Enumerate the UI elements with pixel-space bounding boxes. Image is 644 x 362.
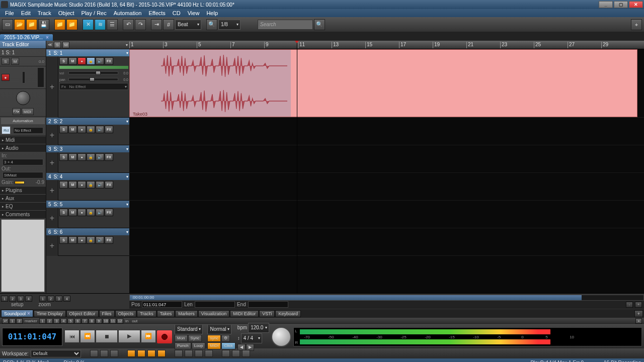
add-track-button[interactable]: + [46,56,58,118]
global-mute[interactable]: M [62,42,69,48]
zoom-preset[interactable]: 3 [55,296,62,302]
arrange-lane[interactable] [129,201,644,228]
marker-num-2[interactable]: 2 [46,318,53,324]
speaker-icon[interactable]: 🔊 [96,126,104,133]
close-button[interactable]: ✕ [629,1,643,8]
output-select[interactable]: StMast [3,172,43,178]
fx-button[interactable]: FX [105,126,113,133]
menu-object[interactable]: Object [55,10,77,16]
lock-button[interactable]: 🔒 [87,153,95,161]
tool-button[interactable] [232,350,240,357]
solo-button[interactable]: S [59,57,68,65]
maximize-button[interactable]: ▢ [614,1,628,8]
midi-button[interactable]: MIDI [207,342,221,349]
marker-num-7[interactable]: 7 [82,318,88,324]
workspace-select[interactable]: Default [31,350,81,357]
mute-button[interactable]: M [68,236,77,244]
solo-button[interactable]: S [59,181,68,189]
mute-button[interactable]: M [68,126,77,133]
tab-markers[interactable]: Markers [175,310,198,317]
sync-button[interactable]: Sync [188,335,202,342]
timeline-ruler[interactable]: 1357911131517192123252729 [129,41,644,49]
track-header[interactable]: 6 S: 6▾ + S M ● 🔒 🔊 FX [46,228,129,256]
monitor-button[interactable]: Mon [175,335,188,342]
add-button[interactable]: + [631,19,642,30]
auto-crossfade-icon[interactable]: ≋ [95,19,106,30]
snap-mode-select[interactable]: Beat [175,20,201,30]
tab-takes[interactable]: Takes [157,310,175,317]
mute-button[interactable]: M [68,57,77,65]
fx-button[interactable]: FX [105,153,113,161]
track-header[interactable]: 5 S: 5▾ + S M ● 🔒 🔊 FX [46,201,129,228]
marker-num-6[interactable]: 6 [74,318,81,324]
redo-button[interactable]: ↷ [135,19,146,30]
global-solo[interactable]: S [54,42,61,48]
section-comments[interactable]: Comments [0,210,46,218]
section-midi[interactable]: Midi [0,136,46,144]
track-header[interactable]: 4 S: 4▾ + S M ● 🔒 🔊 FX [46,173,129,201]
menu-view[interactable]: View [185,10,203,16]
arrange-lane[interactable] [129,228,644,256]
section-audio[interactable]: Audio [0,144,46,152]
speaker-icon[interactable]: 🔊 [96,181,104,189]
fx-button[interactable]: FX [105,209,113,216]
arrange-lane[interactable]: Take03 [129,49,644,118]
marker-arrow-icon[interactable]: ↵ [2,318,9,324]
mute-button[interactable]: M [11,58,19,65]
playhead[interactable] [297,41,297,293]
folder2-button[interactable]: 📁 [66,19,77,30]
marker-btn[interactable]: 1 [9,318,16,324]
marker-num-1[interactable]: 1 [39,318,46,324]
fx-button[interactable]: FX [105,181,113,189]
menu-file[interactable]: File [2,10,17,16]
setup-preset[interactable]: 2 [9,296,16,302]
menu-playrec[interactable]: Play / Rec [78,10,110,16]
document-tab[interactable]: 2015-10-26.VIP... × [0,34,53,41]
zoom-tool-button[interactable]: 🔍 [206,19,217,30]
tool-button[interactable] [110,350,118,357]
stop-button[interactable]: ⏹ [96,330,118,343]
folder-button[interactable]: 📁 [54,19,65,30]
rec-arm-button[interactable]: ● [77,126,86,133]
tab-timedisplay[interactable]: Time Display [34,310,66,317]
goto-start-button[interactable]: ⏮ [64,330,79,343]
menu-automation[interactable]: Automation [111,10,145,16]
tab-soundpool[interactable]: Soundpool× [1,310,33,317]
tempo-mode-select[interactable]: Normal [207,324,231,334]
timesig-field[interactable]: 4 / 4 [241,333,262,343]
track-header[interactable]: 3 S: 3▾ + S M ● 🔒 🔊 FX [46,145,129,173]
lock-button[interactable]: 🔒 [87,181,95,189]
lock-button[interactable]: 🔒 [87,57,95,65]
tool-button[interactable] [175,350,183,357]
solo-button[interactable]: S [59,236,68,244]
setup-preset[interactable]: 4 [25,296,32,302]
eq-button[interactable]: MIDI [22,108,34,115]
undo-button[interactable]: ↶ [123,19,134,30]
zoom-out-icon[interactable]: - [626,302,633,308]
zoom-preset[interactable]: 4 [63,296,70,302]
speaker-icon[interactable]: 🔊 [96,209,104,216]
solo-button[interactable]: S [59,153,68,161]
speaker-icon[interactable]: 🔊 [96,57,104,65]
tool-button[interactable] [147,350,155,357]
input-select[interactable]: 3 + 4 [3,159,43,165]
tool-button[interactable] [137,350,145,357]
setup-preset[interactable]: 1 [1,296,8,302]
position-field[interactable] [142,301,182,308]
tab-files[interactable]: Files [99,310,115,317]
effect-select[interactable]: Fx No Effect [59,83,128,90]
tool-button[interactable] [242,350,250,357]
tool-button[interactable] [90,350,98,357]
marker-num-9[interactable]: 9 [96,318,102,324]
minimize-button[interactable]: _ [599,1,613,8]
open-button[interactable]: 📂 [14,19,25,30]
mute-button[interactable]: M [68,153,77,161]
tool-button[interactable] [195,350,203,357]
fx-button[interactable]: FX [105,236,113,244]
speaker-icon[interactable]: 🔊 [96,236,104,244]
tab-vsti[interactable]: VSTi [259,310,275,317]
tab-objects[interactable]: Objects [115,310,137,317]
pan-knob[interactable] [16,91,30,105]
search-input[interactable]: Search [258,20,313,30]
marker-num-3[interactable]: 3 [53,318,60,324]
